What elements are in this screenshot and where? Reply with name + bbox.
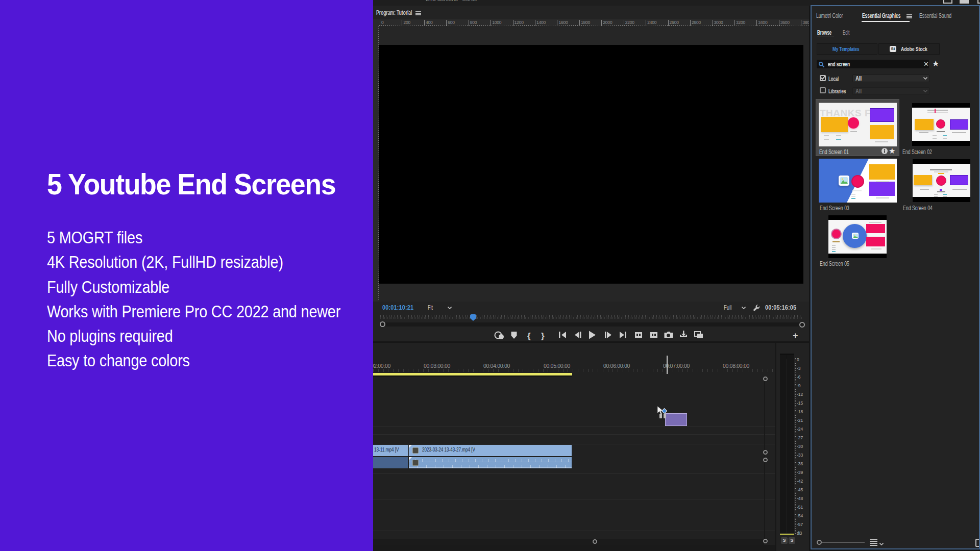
svg-text:}: } [541,331,545,341]
svg-text:{: { [527,331,531,341]
